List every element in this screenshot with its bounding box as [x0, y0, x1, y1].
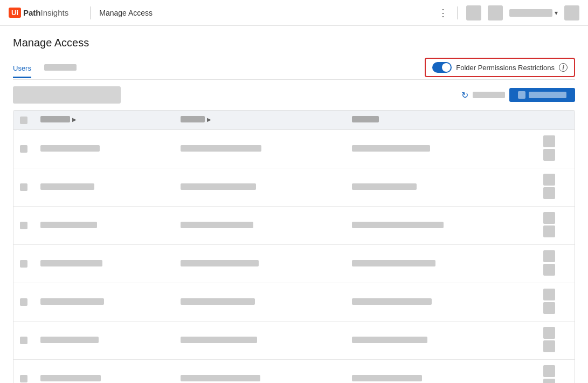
row-col2	[174, 130, 345, 168]
col-2-header[interactable]: ▶	[174, 111, 345, 130]
toolbar-row: ↻	[13, 86, 575, 104]
action-btn-1[interactable]	[543, 365, 555, 377]
action-btn-2[interactable]	[543, 149, 555, 161]
row-col1	[34, 207, 174, 245]
tab-other-placeholder	[44, 64, 77, 71]
row-checkbox-cell	[13, 360, 34, 384]
header-nav-title: Manage Access	[99, 9, 153, 17]
row-checkbox[interactable]	[20, 222, 27, 229]
cell-placeholder	[352, 260, 435, 266]
header-action-btn-2[interactable]	[488, 5, 503, 20]
col3-header-placeholder	[352, 116, 379, 122]
action-btn-2[interactable]	[543, 340, 555, 352]
row-actions	[537, 130, 575, 168]
cell-placeholder	[352, 222, 444, 228]
folder-permissions-toggle-area: Folder Permissions Restrictions i	[425, 58, 575, 77]
row-col2	[174, 322, 345, 360]
table-row	[13, 168, 575, 207]
cell-placeholder	[352, 337, 427, 343]
action-btn-2[interactable]	[543, 264, 555, 276]
header-action-btn-1[interactable]	[466, 5, 481, 20]
add-btn-label	[529, 92, 566, 98]
action-btn-2[interactable]	[543, 187, 555, 199]
row-checkbox[interactable]	[20, 298, 27, 306]
logo-box: Ui	[9, 8, 21, 18]
col1-sort-icon: ▶	[72, 117, 77, 122]
cell-placeholder	[181, 183, 256, 190]
tab-other[interactable]	[44, 60, 77, 78]
action-btn-2[interactable]	[543, 302, 555, 314]
cell-placeholder	[352, 375, 422, 381]
row-col3	[345, 207, 537, 245]
search-bar[interactable]	[13, 86, 121, 104]
table-row	[13, 207, 575, 245]
row-col3	[345, 245, 537, 283]
tab-users[interactable]: Users	[13, 60, 31, 78]
permissions-toggle[interactable]	[432, 62, 452, 73]
action-btn-1[interactable]	[543, 289, 555, 300]
add-button[interactable]	[509, 88, 575, 102]
row-checkbox-cell	[13, 168, 34, 207]
action-btn-1[interactable]	[543, 174, 555, 186]
action-btn-2[interactable]	[543, 379, 555, 383]
cell-placeholder	[181, 222, 253, 228]
row-actions	[537, 207, 575, 245]
action-btn-2[interactable]	[543, 225, 555, 237]
main-content: Manage Access Users Folder Permissions R…	[0, 26, 588, 383]
col-checkbox-header	[13, 111, 34, 130]
refresh-icon[interactable]: ↻	[461, 90, 468, 100]
row-checkbox[interactable]	[20, 183, 27, 191]
col1-header-placeholder	[40, 116, 70, 122]
username-placeholder	[509, 9, 552, 17]
page-title: Manage Access	[13, 37, 575, 49]
header-checkbox[interactable]	[20, 117, 27, 124]
cell-placeholder	[40, 337, 99, 343]
user-menu[interactable]: ▾	[509, 9, 558, 17]
logo-insights-text: Insights	[41, 8, 69, 17]
toolbar-right: ↻	[461, 88, 575, 102]
user-chevron-icon: ▾	[555, 9, 558, 17]
toggle-slider	[432, 62, 452, 73]
table-row	[13, 360, 575, 384]
row-col3	[345, 130, 537, 168]
row-checkbox[interactable]	[20, 375, 27, 382]
cell-placeholder	[352, 183, 417, 190]
row-col2	[174, 207, 345, 245]
col-1-header[interactable]: ▶	[34, 111, 174, 130]
action-btn-1[interactable]	[543, 250, 555, 262]
col2-sort-icon: ▶	[207, 117, 211, 122]
row-col3	[345, 322, 537, 360]
row-col3	[345, 360, 537, 384]
logo-area: Ui PathInsights	[9, 8, 68, 18]
cell-placeholder	[181, 260, 259, 266]
row-checkbox-cell	[13, 245, 34, 283]
action-btn-1[interactable]	[543, 212, 555, 224]
row-col2	[174, 168, 345, 207]
row-checkbox-cell	[13, 130, 34, 168]
table-row	[13, 245, 575, 283]
row-col1	[34, 245, 174, 283]
row-checkbox[interactable]	[20, 145, 27, 153]
tabs-container: Users	[13, 60, 77, 78]
action-btn-1[interactable]	[543, 135, 555, 147]
row-checkbox[interactable]	[20, 260, 27, 268]
row-col2	[174, 360, 345, 384]
app-header: Ui PathInsights Manage Access ⋮ ▾	[0, 0, 588, 26]
action-btn-1[interactable]	[543, 327, 555, 339]
col-3-header	[345, 111, 537, 130]
row-col2	[174, 283, 345, 322]
row-actions	[537, 283, 575, 322]
row-col1	[34, 168, 174, 207]
table-row	[13, 322, 575, 360]
cell-placeholder	[181, 298, 255, 305]
header-action-btn-3[interactable]	[564, 5, 579, 20]
row-checkbox-cell	[13, 283, 34, 322]
row-checkbox-cell	[13, 207, 34, 245]
row-checkbox[interactable]	[20, 337, 27, 344]
more-options-icon[interactable]: ⋮	[438, 7, 448, 19]
info-icon[interactable]: i	[559, 63, 568, 72]
row-checkbox-cell	[13, 322, 34, 360]
tab-users-label: Users	[13, 64, 31, 72]
uipath-logo: Ui PathInsights	[9, 8, 68, 18]
cell-placeholder	[181, 375, 260, 381]
